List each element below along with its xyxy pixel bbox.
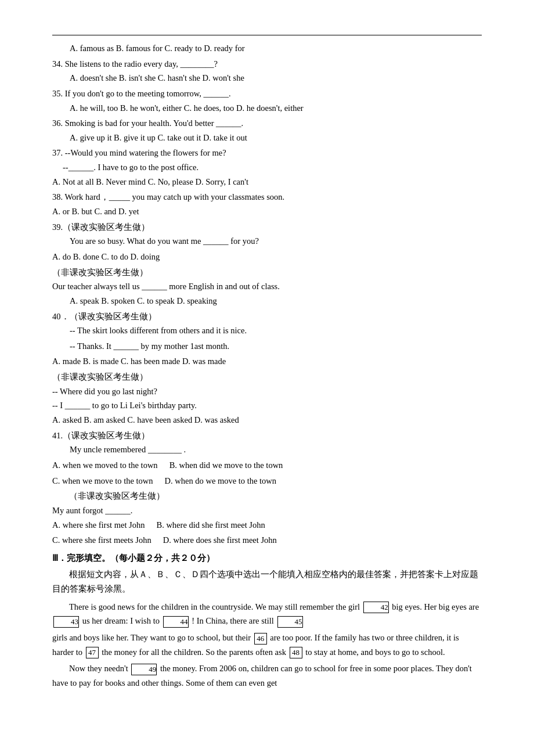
- blank-46: 46: [254, 633, 267, 645]
- q39-alt-options: A. speak B. spoken C. to speak D. speaki…: [70, 294, 482, 308]
- q40-alt-label: （非课改实验区考生做）: [52, 370, 482, 384]
- q35-options: A. he will, too B. he won't, either C. h…: [70, 101, 482, 116]
- q38-block: 38. Work hard，_____ you may catch up wit…: [52, 190, 482, 218]
- para1-cont: girls and boys like her. They want to go…: [52, 631, 482, 659]
- q37-text: 37. --Would you mind watering the flower…: [52, 146, 482, 160]
- q41-optC: C. when we move to the town: [52, 474, 153, 488]
- q39-options: A. do B. done C. to do D. doing: [52, 250, 482, 264]
- blank-48: 48: [290, 647, 302, 658]
- q34-text: 34. She listens to the radio every day, …: [52, 57, 482, 71]
- q36-options: A. give up it B. give it up C. take out …: [70, 131, 482, 145]
- q40-text1: -- The skirt looks different from others…: [70, 323, 482, 338]
- q39-block: 39.（课改实验区考生做） You are so busy. What do y…: [52, 220, 482, 308]
- q40-label: 40．（课改实验区考生做）: [52, 309, 482, 324]
- q33-options: A. famous as B. famous for C. ready to D…: [52, 41, 482, 56]
- q40-alt-text2: -- I ______ to go to Li Lei's birthday p…: [52, 398, 482, 413]
- q37-dash: --______. I have to go to the post offic…: [63, 160, 482, 175]
- q39-alt-text: Our teacher always tell us ______ more E…: [52, 279, 482, 294]
- q41-optB: B. when did we move to the town: [169, 458, 283, 473]
- q41-alt-label: （非课改实验区考生做）: [69, 489, 482, 503]
- q41-alt-optB: B. where did she first meet John: [156, 518, 265, 532]
- q40-block: 40．（课改实验区考生做） -- The skirt looks differe…: [52, 309, 482, 427]
- q37-options: A. Not at all B. Never mind C. No, pleas…: [52, 175, 482, 189]
- q36-text: 36. Smoking is bad for your health. You'…: [52, 116, 482, 131]
- q41-text: My uncle remembered ________ .: [70, 442, 482, 457]
- blank-43: 43: [53, 616, 79, 628]
- blank-44: 44: [163, 616, 189, 628]
- para1: There is good news for the children in t…: [52, 600, 482, 628]
- section3-title: Ⅲ．完形填空。（每小题２分，共２０分）: [52, 551, 482, 566]
- q41-alt-optA: A. where she first met John: [52, 518, 145, 532]
- q40-alt-text1: -- Where did you go last night?: [52, 384, 482, 399]
- blank-45: 45: [277, 616, 303, 628]
- para2: Now they needn't 49 the money. From 2006…: [52, 661, 482, 690]
- q41-alt-text: My aunt forgot ______.: [52, 503, 482, 518]
- q39-label: 39.（课改实验区考生做）: [52, 220, 482, 235]
- q41-label: 41.（课改实验区考生做）: [52, 429, 482, 443]
- q35-text: 35. If you don't go to the meeting tomor…: [52, 87, 482, 101]
- q40-text2: -- Thanks. It ______ by my mother 1ast m…: [70, 339, 482, 354]
- q41-optD: D. when do we move to the town: [165, 474, 277, 488]
- q38-text: 38. Work hard，_____ you may catch up wit…: [52, 190, 482, 204]
- q41-optA: A. when we moved to the town: [52, 458, 158, 473]
- q40-alt-options: A. asked B. am asked C. have been asked …: [52, 413, 482, 427]
- q41-alt-optD: D. where does she first meet John: [163, 533, 277, 548]
- q39-text: You are so busy. What do you want me ___…: [70, 234, 482, 249]
- q41-alt-optC: C. where she first meets John: [52, 533, 151, 548]
- q35-block: 35. If you don't go to the meeting tomor…: [52, 87, 482, 115]
- q34-block: 34. She listens to the radio every day, …: [52, 57, 482, 85]
- q39-alt-label: （非课改实验区考生做）: [52, 265, 482, 280]
- q34-options: A. doesn't she B. isn't she C. hasn't sh…: [70, 71, 482, 85]
- q38-options: A. or B. but C. and D. yet: [52, 204, 482, 219]
- blank-49: 49: [131, 664, 157, 675]
- q41-block: 41.（课改实验区考生做） My uncle remembered ______…: [52, 429, 482, 548]
- q36-block: 36. Smoking is bad for your health. You'…: [52, 116, 482, 145]
- section3-instruction: 根据短文内容，从Ａ、Ｂ、Ｃ、Ｄ四个选项中选出一个能填入相应空格内的最佳答案，并把…: [52, 567, 482, 596]
- q40-options: A. made B. is made C. has been made D. w…: [52, 354, 482, 369]
- top-divider: [52, 35, 482, 35]
- blank-42: 42: [363, 602, 389, 613]
- blank-47: 47: [86, 647, 99, 658]
- q37-block: 37. --Would you mind watering the flower…: [52, 146, 482, 189]
